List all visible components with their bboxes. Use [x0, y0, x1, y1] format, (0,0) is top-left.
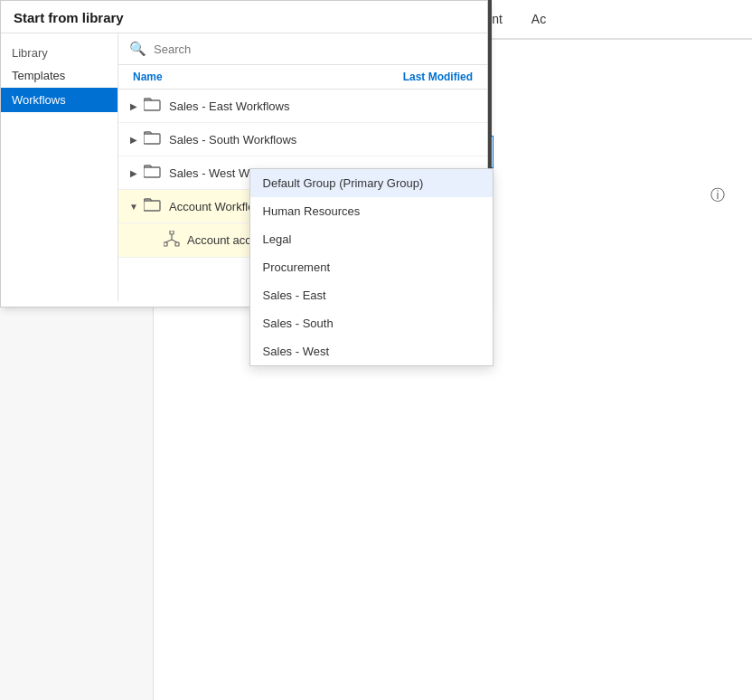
dropdown-option-sales-east[interactable]: Sales - East [250, 281, 493, 309]
dropdown-menu: Default Group (Primary Group) Human Reso… [249, 168, 494, 366]
folder-icon-sales-west [144, 164, 162, 182]
workflow-icon-account-access [164, 231, 180, 250]
sidebar: Library Templates Workflows [1, 33, 118, 301]
svg-rect-4 [170, 231, 174, 234]
folder-icon-account-workflows [144, 197, 162, 215]
svg-rect-3 [144, 201, 160, 211]
dropdown-option-procurement[interactable]: Procurement [250, 253, 493, 281]
expand-icon-sales-west[interactable]: ▶ [127, 166, 140, 179]
svg-rect-5 [164, 242, 167, 246]
col-name-header[interactable]: Name [133, 71, 163, 83]
sidebar-item-workflows[interactable]: Workflows [1, 88, 118, 112]
col-modified-header[interactable]: Last Modified [403, 71, 473, 83]
svg-rect-2 [144, 167, 160, 177]
dropdown-option-sales-south[interactable]: Sales - South [250, 309, 493, 337]
search-bar: 🔍 [118, 33, 487, 65]
expand-icon-sales-south[interactable]: ▶ [127, 133, 140, 146]
expand-icon-account-workflows[interactable]: ▼ [127, 200, 140, 213]
svg-line-8 [165, 240, 172, 242]
tree-item-sales-south[interactable]: ▶ Sales - South Workflows [118, 123, 487, 156]
svg-rect-0 [144, 100, 160, 110]
folder-icon-sales-east [144, 97, 162, 115]
svg-line-9 [172, 240, 177, 242]
tree-label-sales-south: Sales - South Workflows [169, 133, 476, 147]
expand-icon-sales-east[interactable]: ▶ [127, 99, 140, 112]
dropdown-option-hr[interactable]: Human Resources [250, 197, 493, 225]
svg-rect-6 [175, 242, 179, 246]
tab-ac[interactable]: Ac [517, 3, 560, 37]
tree-item-sales-east[interactable]: ▶ Sales - East Workflows [118, 90, 487, 123]
sidebar-item-templates[interactable]: Templates [1, 63, 118, 88]
sidebar-library-label: Library [1, 43, 118, 63]
search-icon: 🔍 [129, 41, 146, 57]
dropdown-option-sales-west[interactable]: Sales - West [250, 337, 493, 365]
search-input[interactable] [154, 43, 476, 56]
panel-title: Start from library [1, 1, 487, 33]
folder-icon-sales-south [144, 130, 162, 148]
svg-rect-1 [144, 134, 160, 144]
table-header: Name Last Modified [118, 65, 487, 90]
dropdown-option-default[interactable]: Default Group (Primary Group) [250, 169, 493, 197]
dropdown-option-legal[interactable]: Legal [250, 225, 493, 253]
help-icon[interactable]: ⓘ [710, 186, 725, 205]
app-left-strip [0, 307, 154, 700]
tree-label-sales-east: Sales - East Workflows [169, 99, 476, 113]
